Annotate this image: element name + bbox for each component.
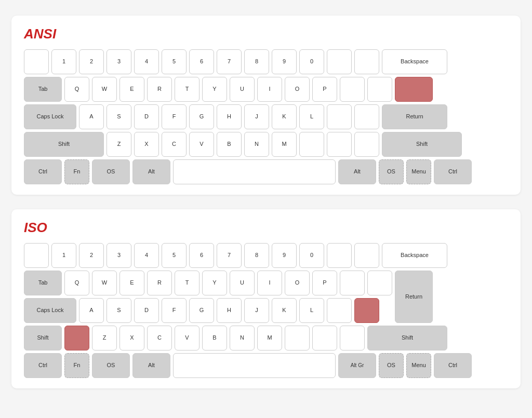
key-g[interactable]: G xyxy=(189,104,214,129)
iso-key-4[interactable]: 4 xyxy=(134,243,159,268)
key-s[interactable]: S xyxy=(107,104,131,129)
key-u[interactable]: U xyxy=(230,77,255,102)
key-q[interactable]: Q xyxy=(64,77,89,102)
iso-key-r[interactable]: R xyxy=(147,271,172,295)
key-y[interactable]: Y xyxy=(202,77,227,102)
iso-key-period[interactable] xyxy=(312,326,337,350)
key-period[interactable] xyxy=(327,132,352,157)
key-w[interactable]: W xyxy=(92,77,117,102)
key-v[interactable]: V xyxy=(189,132,214,157)
key-1[interactable]: 1 xyxy=(51,49,76,74)
iso-key-return[interactable]: Return xyxy=(395,271,433,323)
iso-key-backspace[interactable]: Backspace xyxy=(382,243,447,268)
iso-key-e[interactable]: E xyxy=(119,271,144,295)
iso-key-space[interactable] xyxy=(173,353,336,378)
iso-key-b[interactable]: B xyxy=(202,326,227,350)
key-m[interactable]: M xyxy=(272,132,297,157)
key-r[interactable]: R xyxy=(147,77,172,102)
iso-key-q[interactable]: Q xyxy=(64,271,89,295)
key-rshift[interactable]: Shift xyxy=(382,132,462,157)
key-6[interactable]: 6 xyxy=(189,49,214,74)
iso-key-minus[interactable] xyxy=(327,243,352,268)
iso-key-altgr[interactable]: Alt Gr xyxy=(338,353,376,378)
key-a[interactable]: A xyxy=(79,104,104,129)
iso-key-capslock[interactable]: Caps Lock xyxy=(24,298,76,323)
key-slash[interactable] xyxy=(354,132,379,157)
key-b[interactable]: B xyxy=(217,132,242,157)
key-n[interactable]: N xyxy=(244,132,269,157)
iso-key-o[interactable]: O xyxy=(285,271,310,295)
iso-key-rshift[interactable]: Shift xyxy=(367,326,447,350)
key-o[interactable]: O xyxy=(285,77,310,102)
iso-key-ros[interactable]: OS xyxy=(379,353,404,378)
iso-key-t[interactable]: T xyxy=(175,271,200,295)
iso-key-extra[interactable] xyxy=(64,326,89,350)
key-rbracket[interactable] xyxy=(367,77,392,102)
key-ansi-extra[interactable] xyxy=(395,77,433,102)
iso-key-comma[interactable] xyxy=(285,326,310,350)
key-backspace[interactable]: Backspace xyxy=(382,49,447,74)
key-capslock[interactable]: Caps Lock xyxy=(24,104,76,129)
key-e[interactable]: E xyxy=(119,77,144,102)
iso-key-los[interactable]: OS xyxy=(92,353,130,378)
iso-key-lbracket[interactable] xyxy=(340,271,365,295)
iso-key-v[interactable]: V xyxy=(175,326,200,350)
key-lctrl[interactable]: Ctrl xyxy=(24,159,62,184)
key-p[interactable]: P xyxy=(312,77,337,102)
key-ralt[interactable]: Alt xyxy=(338,159,376,184)
key-5[interactable]: 5 xyxy=(162,49,187,74)
iso-key-p[interactable]: P xyxy=(312,271,337,295)
iso-key-hash[interactable] xyxy=(354,298,379,323)
iso-key-u[interactable]: U xyxy=(230,271,255,295)
iso-key-semicolon[interactable] xyxy=(327,298,352,323)
iso-key-1[interactable]: 1 xyxy=(51,243,76,268)
iso-key-x[interactable]: X xyxy=(119,326,144,350)
key-x[interactable]: X xyxy=(134,132,159,157)
iso-key-n[interactable]: N xyxy=(230,326,255,350)
key-semicolon[interactable] xyxy=(327,104,352,129)
iso-key-tab[interactable]: Tab xyxy=(24,271,62,295)
iso-key-lctrl[interactable]: Ctrl xyxy=(24,353,62,378)
key-4[interactable]: 4 xyxy=(134,49,159,74)
iso-key-fn[interactable]: Fn xyxy=(64,353,89,378)
key-j[interactable]: J xyxy=(244,104,269,129)
key-ros[interactable]: OS xyxy=(379,159,404,184)
iso-key-z[interactable]: Z xyxy=(92,326,117,350)
key-return[interactable]: Return xyxy=(382,104,447,129)
iso-key-l[interactable]: L xyxy=(299,298,324,323)
key-h[interactable]: H xyxy=(217,104,242,129)
key-minus[interactable] xyxy=(327,49,352,74)
iso-key-8[interactable]: 8 xyxy=(244,243,269,268)
iso-key-menu[interactable]: Menu xyxy=(406,353,431,378)
key-lshift[interactable]: Shift xyxy=(24,132,104,157)
iso-key-rbracket[interactable] xyxy=(367,271,392,295)
iso-key-rctrl[interactable]: Ctrl xyxy=(434,353,472,378)
key-quote[interactable] xyxy=(354,104,379,129)
iso-key-d[interactable]: D xyxy=(134,298,159,323)
iso-key-6[interactable]: 6 xyxy=(189,243,214,268)
key-tab[interactable]: Tab xyxy=(24,77,62,102)
iso-key-i[interactable]: I xyxy=(257,271,282,295)
iso-key-c[interactable]: C xyxy=(147,326,172,350)
key-3[interactable]: 3 xyxy=(107,49,131,74)
iso-key-tilde[interactable] xyxy=(24,243,49,268)
key-9[interactable]: 9 xyxy=(272,49,297,74)
key-rctrl[interactable]: Ctrl xyxy=(434,159,472,184)
key-lalt[interactable]: Alt xyxy=(132,159,170,184)
key-comma[interactable] xyxy=(299,132,324,157)
iso-key-w[interactable]: W xyxy=(92,271,117,295)
iso-key-2[interactable]: 2 xyxy=(79,243,104,268)
iso-key-3[interactable]: 3 xyxy=(107,243,131,268)
key-equals[interactable] xyxy=(354,49,379,74)
key-z[interactable]: Z xyxy=(107,132,131,157)
key-7[interactable]: 7 xyxy=(217,49,242,74)
iso-key-9[interactable]: 9 xyxy=(272,243,297,268)
iso-key-y[interactable]: Y xyxy=(202,271,227,295)
iso-key-5[interactable]: 5 xyxy=(162,243,187,268)
key-f[interactable]: F xyxy=(162,104,187,129)
key-k[interactable]: K xyxy=(272,104,297,129)
iso-key-lshift[interactable]: Shift xyxy=(24,326,62,350)
key-2[interactable]: 2 xyxy=(79,49,104,74)
key-i[interactable]: I xyxy=(257,77,282,102)
key-d[interactable]: D xyxy=(134,104,159,129)
